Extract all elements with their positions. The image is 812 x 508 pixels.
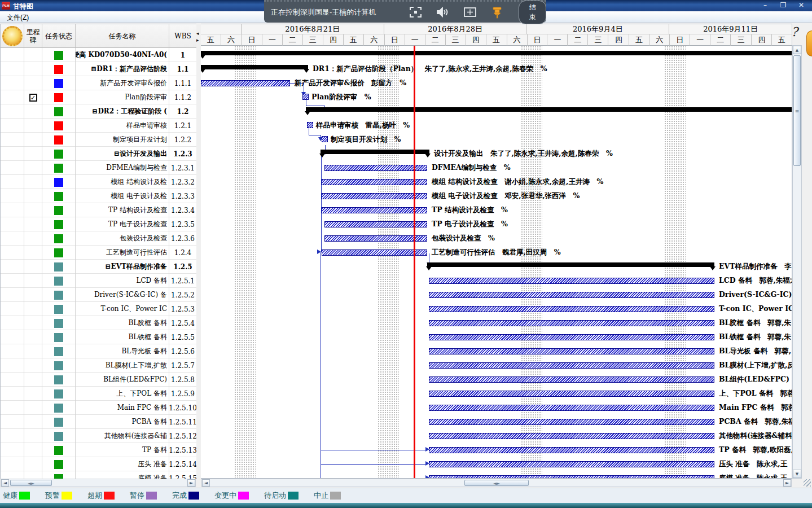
task-name-cell[interactable]: T-con IC、Power IC bbox=[76, 302, 169, 316]
task-bar[interactable] bbox=[429, 447, 714, 453]
gantt-row[interactable]: T-con IC、Power IC 备料 bbox=[201, 302, 792, 316]
task-name-cell[interactable]: PCBA 备料 bbox=[76, 415, 169, 429]
milestone-cell[interactable] bbox=[24, 189, 42, 203]
task-bar[interactable] bbox=[429, 433, 714, 439]
milestone-cell[interactable] bbox=[24, 147, 42, 161]
task-row[interactable]: Driver(S-IC&G-IC) 备1.2.5.2 bbox=[1, 288, 196, 302]
task-name-cell[interactable]: BL胶框 备料 bbox=[76, 316, 169, 330]
milestone-cell[interactable] bbox=[24, 62, 42, 76]
gantt-vertical-scrollbar[interactable]: ▲ ≡ ▼ bbox=[792, 45, 802, 479]
gantt-row[interactable]: 样品申请审核 雷晶,杨叶 % bbox=[201, 119, 792, 133]
gantt-row[interactable]: DFMEA编制与检查 % bbox=[201, 161, 792, 175]
task-row[interactable]: 制定项目开发计划1.2.2 bbox=[1, 133, 196, 147]
minimize-button[interactable]: – bbox=[759, 1, 771, 10]
scroll-down-button[interactable]: ▼ bbox=[793, 470, 801, 478]
gantt-row[interactable]: Driver(S-IC&G-IC) 备料 bbox=[201, 288, 792, 302]
task-name-cell[interactable]: TP 电子设计及检查 bbox=[76, 217, 169, 231]
task-row[interactable]: BL胶框 备料1.2.5.4 bbox=[1, 316, 196, 330]
gantt-row[interactable]: 压头 准备 陈永求,王 bbox=[201, 457, 792, 471]
table-horizontal-scrollbar[interactable]: ◄ ◄► ► bbox=[1, 479, 196, 487]
vertical-scroll-thumb[interactable]: ≡ bbox=[793, 55, 801, 166]
gantt-row[interactable]: TP 备料 郭蓉,欧阳磊, bbox=[201, 443, 792, 457]
milestone-cell[interactable] bbox=[24, 387, 42, 401]
gantt-horizontal-scrollbar[interactable]: ◄ ◄► ► bbox=[201, 479, 792, 487]
task-name-cell[interactable]: 样品申请审核 bbox=[76, 119, 169, 133]
task-bar[interactable] bbox=[429, 362, 714, 369]
task-name-cell[interactable]: 工艺制造可行性评估 bbox=[76, 246, 169, 260]
milestone-cell[interactable]: ✓ bbox=[24, 90, 42, 104]
task-row[interactable]: 压头 准备1.2.5.14 bbox=[1, 457, 196, 471]
task-bar[interactable] bbox=[324, 165, 427, 171]
task-bar[interactable] bbox=[429, 376, 714, 383]
gantt-row[interactable]: BL膜材(上下增,扩散,反 bbox=[201, 358, 792, 373]
gantt-row[interactable]: 其他物料(连接器&辅料 bbox=[201, 429, 792, 443]
task-row[interactable]: ⊟爱高 KD070D50-40NI-A0(1 bbox=[1, 48, 196, 62]
splitter-left-icon[interactable]: ◂ bbox=[196, 30, 199, 36]
task-name-cell[interactable]: ⊟DR2：工程验证阶段 ( bbox=[76, 104, 169, 119]
task-row[interactable]: DFMEA编制与检查1.2.3.1 bbox=[1, 161, 196, 175]
task-name-cell[interactable]: BL膜材(上下增,扩散 bbox=[76, 358, 169, 373]
milestone-cell[interactable] bbox=[24, 316, 42, 330]
task-row[interactable]: 新产品开发评审&报价1.1.1 bbox=[1, 76, 196, 90]
gantt-row[interactable]: BL胶框 备料 郭蓉,朱 bbox=[201, 316, 792, 330]
milestone-cell[interactable] bbox=[24, 119, 42, 133]
task-row[interactable]: 其他物料(连接器&辅1.2.5.12 bbox=[1, 429, 196, 443]
task-row[interactable]: ✓Plan阶段评审1.1.2 bbox=[1, 90, 196, 104]
task-name-cell[interactable]: 压头 准备 bbox=[76, 457, 169, 471]
gantt-row[interactable]: TP 结构设计及检查 % bbox=[201, 203, 792, 217]
milestone-cell[interactable] bbox=[24, 471, 42, 479]
task-row[interactable]: ⊟DR2：工程验证阶段 (1.2 bbox=[1, 104, 196, 119]
task-name-cell[interactable]: 包装设计及检查 bbox=[76, 231, 169, 246]
gantt-row[interactable]: 设计开发及输出 朱了了,陈永求,王井涛,余超,陈春荣 % bbox=[201, 147, 792, 161]
task-bar[interactable] bbox=[429, 391, 714, 397]
task-row[interactable]: 底模 准备1.2.5.15 bbox=[1, 471, 196, 479]
task-bar[interactable] bbox=[322, 249, 427, 256]
task-name-cell[interactable]: Driver(S-IC&G-IC) 备 bbox=[76, 288, 169, 302]
floating-assistant-ball[interactable] bbox=[806, 30, 812, 56]
milestone-cell[interactable] bbox=[24, 231, 42, 246]
task-name-cell[interactable]: TP 备料 bbox=[76, 443, 169, 457]
task-bar[interactable] bbox=[429, 348, 714, 354]
task-name-cell[interactable]: 模组 结构设计及检 bbox=[76, 175, 169, 189]
task-bar[interactable] bbox=[429, 461, 714, 467]
milestone-cell[interactable] bbox=[24, 443, 42, 457]
task-row[interactable]: BL导光板 备料1.2.5.6 bbox=[1, 344, 196, 358]
task-row[interactable]: 工艺制造可行性评估1.2.4 bbox=[1, 246, 196, 260]
milestone-cell[interactable] bbox=[24, 401, 42, 415]
milestone-cell[interactable] bbox=[24, 260, 42, 274]
gantt-row[interactable]: 制定项目开发计划 % bbox=[201, 133, 792, 147]
task-row[interactable]: ⊟DR1：新产品评估阶段1.1 bbox=[1, 62, 196, 76]
gantt-scroll-right-button[interactable]: ► bbox=[783, 479, 791, 487]
task-row[interactable]: BL组件(LED&FPC)1.2.5.8 bbox=[1, 373, 196, 387]
restore-button[interactable]: ❐ bbox=[777, 1, 789, 10]
fullscreen-icon[interactable] bbox=[410, 7, 422, 17]
gantt-row[interactable]: Main FPC 备料 郭蓉, bbox=[201, 401, 792, 415]
milestone-cell[interactable] bbox=[24, 133, 42, 147]
task-row[interactable]: ⊟EVT样品制作准备1.2.5 bbox=[1, 260, 196, 274]
task-name-cell[interactable]: 模组 电子设计及检 bbox=[76, 189, 169, 203]
gantt-scroll-left-button[interactable]: ◄ bbox=[202, 479, 210, 487]
task-row[interactable]: 模组 电子设计及检1.2.3.3 bbox=[1, 189, 196, 203]
gantt-row[interactable]: Plan阶段评审 % bbox=[201, 90, 792, 104]
scroll-left-button[interactable]: ◄ bbox=[1, 479, 9, 487]
summary-bar[interactable] bbox=[306, 107, 792, 112]
speaker-icon[interactable] bbox=[436, 7, 449, 17]
splitter-right-icon[interactable]: ▸ bbox=[196, 37, 199, 43]
task-name-cell[interactable]: ⊟设计开发及输出 bbox=[76, 147, 169, 161]
milestone-cell[interactable] bbox=[24, 457, 42, 471]
gantt-row[interactable]: 工艺制造可行性评估 魏君厚,田汉周 % bbox=[201, 246, 792, 260]
milestone-cell[interactable] bbox=[24, 429, 42, 443]
task-name-cell[interactable]: 上、下POL 备料 bbox=[76, 387, 169, 401]
task-bar[interactable] bbox=[322, 179, 427, 185]
end-session-button[interactable]: 结束 bbox=[519, 1, 546, 24]
milestone-marker[interactable] bbox=[307, 122, 313, 128]
task-row[interactable]: PCBA 备料1.2.5.11 bbox=[1, 415, 196, 429]
task-row[interactable]: 上、下POL 备料1.2.5.9 bbox=[1, 387, 196, 401]
task-row[interactable]: TP 电子设计及检查1.2.3.5 bbox=[1, 217, 196, 231]
summary-bar[interactable] bbox=[201, 51, 792, 55]
milestone-cell[interactable] bbox=[24, 274, 42, 288]
task-name-cell[interactable]: ⊟EVT样品制作准备 bbox=[76, 260, 169, 274]
milestone-cell[interactable] bbox=[24, 48, 42, 62]
scroll-up-button[interactable]: ▲ bbox=[793, 46, 801, 54]
task-row[interactable]: TP 备料1.2.5.13 bbox=[1, 443, 196, 457]
